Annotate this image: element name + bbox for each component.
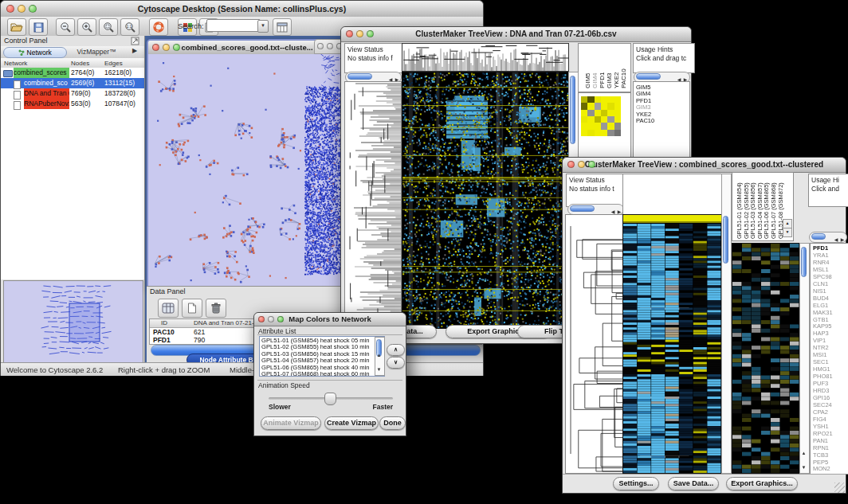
export-graphics-button[interactable]: Export Graphics... — [726, 477, 798, 490]
matrix-cell[interactable] — [607, 110, 614, 116]
gene-label[interactable]: GTB1 — [813, 316, 829, 323]
gene-label[interactable]: PEP5 — [813, 459, 828, 466]
gene-label[interactable]: GPI16 — [813, 394, 830, 401]
frame-minimize-button[interactable] — [163, 44, 170, 51]
matrix-cell[interactable] — [614, 130, 621, 136]
move-up-button[interactable]: ∧ — [387, 344, 405, 356]
gene-labels-panel[interactable]: PFD1YRA1RNR4MSL1SPC98CLN1NIS1BUD4ELG1MAK… — [810, 243, 848, 475]
gene-label[interactable]: BUD4 — [813, 295, 829, 302]
matrix-cell[interactable] — [607, 130, 614, 136]
gene-label[interactable]: YRA1 — [813, 252, 829, 259]
birdseye-view[interactable] — [3, 280, 143, 366]
create-attribute-button[interactable] — [182, 299, 202, 318]
zoom-button[interactable] — [367, 30, 374, 37]
column-labels-panel[interactable]: GIM5GIM4PFD1GIM3YKE2PAC10 — [578, 43, 631, 92]
minimize-button[interactable] — [18, 5, 26, 13]
create-vizmap-button[interactable]: Create Vizmap — [324, 416, 379, 430]
network-table-row[interactable]: RNAPuberNov2+563(0)107847(0) — [1, 99, 144, 109]
gene-label[interactable]: NTR2 — [813, 344, 829, 351]
frame-zoom-button[interactable] — [173, 44, 180, 51]
scroll-thumb[interactable] — [811, 233, 826, 240]
matrix-cell[interactable] — [587, 110, 594, 116]
main-heatmap[interactable] — [402, 72, 569, 329]
treeview1-title-bar[interactable]: ClusterMaker TreeView : DNA and Tran 07-… — [341, 27, 691, 42]
attribute-list[interactable]: GPL51-01 (GSM854) heat shock 05 minGPL51… — [259, 336, 385, 377]
matrix-cell[interactable] — [614, 96, 621, 103]
gene-label[interactable]: TCB3 — [813, 451, 828, 459]
gene-label[interactable]: RPN1 — [813, 444, 829, 451]
matrix-cell[interactable] — [607, 123, 614, 129]
scroll-down-icon[interactable]: ▼ — [800, 463, 807, 471]
matrix-cell[interactable] — [595, 130, 601, 136]
matrix-cell[interactable] — [595, 116, 601, 123]
matrix-cell[interactable] — [587, 130, 594, 136]
inactive-minimize-button[interactable] — [327, 43, 333, 49]
gene-label[interactable]: PHO81 — [813, 373, 833, 380]
gene-list-hscrollbar[interactable]: ◀▶ — [809, 232, 847, 243]
search-dropdown-button[interactable]: ▼ — [257, 20, 269, 33]
scroll-thumb[interactable] — [801, 247, 807, 277]
resize-grip[interactable] — [834, 483, 845, 493]
network-table-row[interactable]: DNA and Tran 07769(0)183728(0) — [1, 88, 144, 99]
matrix-cell[interactable] — [581, 123, 587, 129]
attribute-select-button[interactable] — [158, 299, 179, 318]
move-down-button[interactable]: ∨ — [387, 357, 405, 369]
frame-close-button[interactable] — [152, 44, 159, 51]
open-session-button[interactable] — [7, 18, 26, 36]
help-button[interactable] — [149, 18, 168, 36]
gene-label[interactable]: MSL1 — [813, 266, 829, 273]
gene-label[interactable]: YSH1 — [813, 423, 829, 430]
scroll-arrows[interactable]: ▲▼ — [800, 443, 807, 472]
attribute-list-scrollbar[interactable]: ▲▼ — [375, 337, 385, 376]
scroll-up-icon[interactable]: ▲ — [800, 449, 807, 457]
zoom-button[interactable] — [29, 5, 37, 13]
gene-label[interactable]: SEC24 — [813, 401, 832, 408]
matrix-cell[interactable] — [601, 103, 607, 109]
row-dendrogram[interactable] — [565, 214, 624, 474]
gene-label[interactable]: SEC1 — [813, 358, 829, 365]
attribute-item[interactable]: GPL51-07 (GSM868) heat shock 60 min — [261, 371, 370, 377]
scroll-arrows[interactable]: ▲▼ — [375, 346, 383, 374]
gene-label[interactable]: CLN1 — [813, 280, 828, 287]
gene-label[interactable]: ELG1 — [813, 302, 828, 309]
gene-label[interactable]: SPC98 — [813, 273, 832, 280]
matrix-cell[interactable] — [581, 96, 587, 103]
zoom-vscrollbar[interactable]: ▲▼ — [799, 243, 810, 474]
zoom-heatmap[interactable] — [732, 243, 800, 474]
minimize-button[interactable] — [578, 161, 585, 168]
delete-attribute-button[interactable] — [206, 299, 226, 318]
scroll-thumb[interactable] — [636, 73, 661, 80]
tab-network[interactable]: Network — [3, 47, 67, 58]
network-canvas[interactable] — [148, 54, 343, 286]
scroll-arrows[interactable]: ◀▶ — [833, 232, 846, 240]
gene-label[interactable]: MON2 — [813, 465, 830, 472]
matrix-cell[interactable] — [607, 116, 614, 123]
gene-label[interactable]: PAN1 — [813, 437, 828, 444]
matrix-cell[interactable] — [587, 103, 594, 109]
gene-label[interactable]: PFD1 — [813, 244, 828, 252]
gene-label[interactable]: HRD3 — [813, 387, 829, 394]
dialog-title-bar[interactable]: Map Colors to Network — [254, 313, 406, 326]
global-vscrollbar[interactable] — [721, 174, 732, 474]
zoom-out-button[interactable] — [56, 18, 75, 36]
matrix-cell[interactable] — [601, 116, 607, 123]
matrix-cell[interactable] — [587, 116, 594, 123]
gene-label[interactable]: VIP1 — [813, 337, 826, 344]
zoom-heatmap-matrix[interactable] — [581, 96, 621, 136]
gene-label[interactable]: CPA2 — [813, 408, 828, 416]
scroll-arrows[interactable]: ◀▶ — [676, 72, 689, 80]
matrix-cell[interactable] — [601, 123, 607, 129]
tab-overflow-button[interactable]: ▶ — [132, 47, 137, 54]
save-session-button[interactable] — [29, 18, 48, 36]
matrix-cell[interactable] — [614, 116, 621, 123]
close-button[interactable] — [346, 30, 353, 37]
minimize-button[interactable] — [356, 30, 363, 37]
matrix-cell[interactable] — [614, 123, 621, 129]
gene-label[interactable]: MSI1 — [813, 351, 827, 358]
close-button[interactable] — [6, 5, 14, 13]
view-status-scrollbar[interactable]: ◀▶ — [567, 204, 624, 215]
row-dendrogram[interactable] — [344, 81, 402, 329]
close-button[interactable] — [567, 161, 575, 168]
gene-label[interactable]: RPO21 — [813, 430, 833, 437]
matrix-cell[interactable] — [601, 110, 607, 116]
